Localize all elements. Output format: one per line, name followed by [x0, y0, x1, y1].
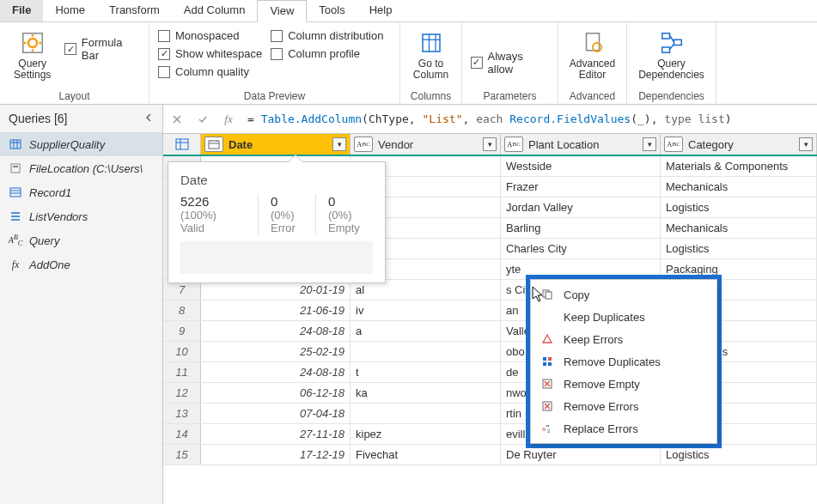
- formula-input[interactable]: = Table.AddColumn(ChType, "List", each R…: [244, 111, 814, 127]
- column-profile-checkbox[interactable]: Column profile: [271, 47, 383, 60]
- cell-vendor[interactable]: Fivechat: [351, 445, 501, 465]
- column-filter-dropdown[interactable]: ▾: [332, 137, 346, 151]
- cell-date[interactable]: 24-08-18: [201, 362, 351, 382]
- sidebar-item[interactable]: ListVendors: [0, 204, 162, 228]
- formula-accept-button[interactable]: [192, 109, 213, 130]
- sidebar-item[interactable]: SupplierQuality: [0, 132, 162, 156]
- cell-vendor[interactable]: a: [351, 321, 501, 341]
- show-whitespace-checkbox[interactable]: Show whitespace: [158, 47, 262, 60]
- ctx-keep-errors[interactable]: Keep Errors: [531, 328, 716, 350]
- cell-vendor[interactable]: [351, 342, 501, 361]
- menu-file[interactable]: File: [0, 0, 43, 21]
- column-header-vendor[interactable]: ABC Vendor ▾: [351, 134, 501, 155]
- sidebar-item-label: AddOne: [29, 258, 70, 271]
- svg-rect-26: [209, 141, 219, 149]
- query-type-icon: ABC: [9, 234, 22, 247]
- menu-tools[interactable]: Tools: [307, 0, 357, 21]
- advanced-editor-button[interactable]: Advanced Editor: [564, 27, 620, 88]
- fx-icon[interactable]: fx: [218, 109, 239, 130]
- sidebar-item[interactable]: fxAddOne: [0, 252, 162, 276]
- cell-date[interactable]: 17-12-19: [201, 445, 351, 465]
- cell-date[interactable]: 21-06-19: [201, 301, 351, 320]
- error-pct: (0%): [271, 209, 294, 222]
- ribbon: Query Settings Formula Bar Layout Monosp…: [0, 22, 817, 105]
- group-label-advanced: Advanced: [567, 88, 618, 102]
- column-filter-dropdown[interactable]: ▾: [643, 137, 656, 151]
- cell-category[interactable]: Mechanicals: [661, 218, 817, 238]
- copy-icon: [540, 288, 555, 301]
- row-number-header[interactable]: [163, 134, 201, 155]
- row-number: 15: [163, 445, 201, 465]
- column-distribution-label: Column distribution: [288, 29, 383, 42]
- cell-vendor[interactable]: iv: [351, 301, 501, 320]
- column-header-category[interactable]: ABC Category ▾: [661, 134, 817, 155]
- ctx-remove-empty[interactable]: Remove Empty: [531, 373, 716, 395]
- cell-plant[interactable]: Frazer: [501, 177, 661, 197]
- cell-category[interactable]: Materials & Components: [661, 156, 817, 176]
- formula-bar-checkbox[interactable]: Formula Bar: [64, 36, 140, 62]
- ctx-keep-duplicates[interactable]: Keep Duplicates: [531, 306, 716, 328]
- cell-plant[interactable]: Westside: [501, 156, 661, 176]
- cell-category[interactable]: Mechanicals: [661, 177, 817, 197]
- empty-pct: (0%): [328, 209, 351, 222]
- cell-vendor[interactable]: [351, 404, 501, 423]
- checkbox-icon: [158, 66, 170, 78]
- ctx-replace-errors[interactable]: a2Replace Errors: [531, 417, 716, 440]
- query-settings-button[interactable]: Query Settings: [9, 27, 56, 88]
- cell-date[interactable]: 25-02-19: [201, 342, 351, 361]
- queries-panel: Queries [6] SupplierQualityFileLocation …: [0, 105, 163, 504]
- formula-cancel-button[interactable]: [167, 109, 187, 130]
- advanced-editor-label: Advanced Editor: [570, 58, 615, 81]
- menu-add-column[interactable]: Add Column: [172, 0, 258, 21]
- error-count: 0: [271, 194, 277, 209]
- sidebar-item[interactable]: Record1: [0, 180, 162, 204]
- column-quality-checkbox[interactable]: Column quality: [158, 65, 262, 78]
- column-vendor-label: Vendor: [378, 138, 413, 151]
- ctx-remove-duplicates[interactable]: Remove Duplicates: [531, 350, 716, 373]
- empty-count: 0: [328, 194, 335, 209]
- date-type-icon: [204, 137, 223, 152]
- monospaced-checkbox[interactable]: Monospaced: [158, 29, 262, 42]
- menu-view[interactable]: View: [257, 0, 307, 22]
- cell-category[interactable]: Logistics: [661, 197, 817, 217]
- cell-vendor[interactable]: ka: [351, 383, 501, 403]
- ctx-remove-errors[interactable]: Remove Errors: [531, 395, 716, 417]
- query-dependencies-button[interactable]: Query Dependencies: [633, 27, 710, 88]
- chevron-left-icon[interactable]: [143, 112, 155, 124]
- cell-date[interactable]: 07-04-18: [201, 404, 351, 423]
- query-type-icon: [9, 137, 22, 151]
- column-filter-dropdown[interactable]: ▾: [799, 137, 813, 151]
- always-allow-checkbox[interactable]: Always allow: [471, 36, 549, 88]
- query-type-icon: fx: [9, 258, 22, 271]
- row-number: 14: [163, 424, 201, 444]
- checkbox-checked-icon: [471, 57, 483, 69]
- cell-plant[interactable]: Jordan Valley: [501, 197, 661, 217]
- checkbox-icon: [271, 30, 283, 42]
- sidebar-item[interactable]: ABCQuery: [0, 228, 162, 252]
- menu-home[interactable]: Home: [43, 0, 97, 21]
- valid-label: Valid: [180, 222, 246, 234]
- cell-date[interactable]: 24-08-18: [201, 321, 351, 341]
- cell-vendor[interactable]: kipez: [351, 424, 501, 444]
- svg-rect-23: [176, 139, 188, 149]
- cell-plant[interactable]: Barling: [501, 218, 661, 238]
- cell-category[interactable]: Logistics: [661, 239, 817, 258]
- column-category-label: Category: [688, 138, 734, 151]
- menu-transform[interactable]: Transform: [97, 0, 172, 21]
- sidebar-item[interactable]: FileLocation (C:\Users\: [0, 156, 162, 180]
- go-to-column-button[interactable]: Go to Column: [408, 27, 454, 88]
- remove-errors-icon: [540, 399, 555, 413]
- ctx-copy[interactable]: Copy: [531, 283, 716, 306]
- cell-date[interactable]: 27-11-18: [201, 424, 351, 444]
- menu-help[interactable]: Help: [357, 0, 405, 21]
- context-menu-highlight: Copy Keep Duplicates Keep Errors Remove …: [526, 275, 722, 448]
- column-filter-dropdown[interactable]: ▾: [483, 137, 497, 151]
- queries-header[interactable]: Queries [6]: [0, 105, 162, 132]
- cell-plant[interactable]: Charles City: [501, 239, 661, 258]
- column-distribution-checkbox[interactable]: Column distribution: [271, 29, 383, 42]
- cell-date[interactable]: 06-12-18: [201, 383, 351, 403]
- column-header-date[interactable]: Date ▾: [201, 134, 351, 155]
- column-header-plant[interactable]: ABC Plant Location ▾: [501, 134, 661, 155]
- empty-label: Empty: [328, 222, 361, 234]
- cell-vendor[interactable]: t: [351, 362, 501, 382]
